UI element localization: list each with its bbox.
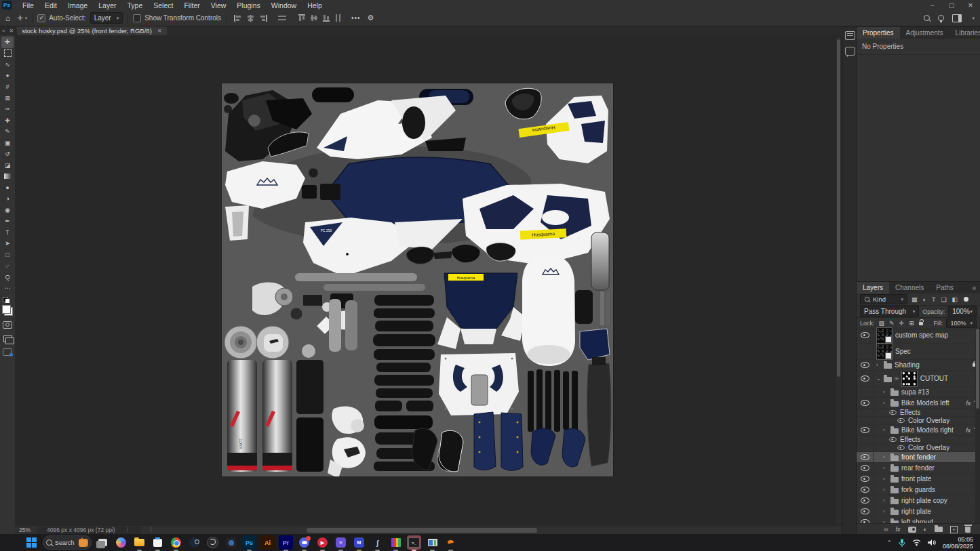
- status-collapse-icon[interactable]: 〈: [146, 526, 153, 534]
- effects-visibility-icon[interactable]: [889, 410, 896, 415]
- document-canvas[interactable]: Husqvarna: [222, 83, 613, 476]
- lock-position-icon[interactable]: ✛: [899, 320, 905, 327]
- horizontal-scrollbar-thumb[interactable]: [307, 528, 537, 533]
- effects-visibility-icon[interactable]: [889, 437, 896, 442]
- premiere-button[interactable]: Pr: [279, 535, 293, 550]
- expand-chevron-icon[interactable]: ›: [876, 362, 881, 368]
- blend-mode-select[interactable]: Pass Through▾: [860, 306, 919, 317]
- comments-panel-icon[interactable]: [845, 47, 855, 56]
- media-m-button[interactable]: M: [352, 535, 366, 550]
- window-app-button[interactable]: [425, 535, 439, 550]
- tool-burn[interactable]: ◉: [1, 205, 14, 216]
- lock-transparent-icon[interactable]: ▨: [879, 320, 885, 327]
- link-layers-icon[interactable]: ∞: [884, 526, 888, 533]
- layer-row-effects[interactable]: Effects: [857, 436, 980, 444]
- video-player-button[interactable]: ▶: [315, 535, 330, 550]
- search-icon[interactable]: [924, 15, 930, 21]
- align-middle-icon[interactable]: [311, 14, 317, 22]
- tool-frame[interactable]: ⊠: [1, 93, 14, 104]
- tab-properties[interactable]: Properties: [857, 27, 900, 39]
- tool-brush[interactable]: ✎: [1, 126, 14, 138]
- filter-pixel-icon[interactable]: ▦: [912, 296, 918, 303]
- tool-marquee[interactable]: [1, 48, 14, 60]
- visibility-toggle[interactable]: [857, 398, 874, 408]
- show-transform-checkbox[interactable]: [133, 14, 141, 22]
- tab-adjustments[interactable]: Adjustments: [900, 27, 949, 39]
- menu-edit[interactable]: Edit: [39, 1, 62, 9]
- visibility-toggle[interactable]: [857, 506, 874, 516]
- layer-row-front-plate[interactable]: ›front plate: [857, 474, 980, 485]
- terminal-button[interactable]: >_: [407, 535, 421, 550]
- distribute-vertical-icon[interactable]: [335, 14, 342, 22]
- start-button[interactable]: [24, 535, 39, 550]
- visibility-toggle[interactable]: [857, 485, 874, 495]
- tool-hand[interactable]: ☞: [1, 260, 14, 272]
- tool-crop[interactable]: #: [1, 81, 14, 93]
- align-bottom-icon[interactable]: [323, 14, 330, 22]
- menu-select[interactable]: Select: [148, 1, 178, 9]
- status-arrow-icon[interactable]: 〉: [126, 526, 132, 534]
- tool-quick-selection[interactable]: ✦: [1, 70, 14, 82]
- menu-type[interactable]: Type: [121, 1, 148, 9]
- distribute-horizontal-icon[interactable]: [278, 15, 286, 22]
- zoom-level-field[interactable]: 25%: [19, 527, 31, 533]
- tool-clone-stamp[interactable]: ▣: [1, 138, 14, 149]
- menu-help[interactable]: Help: [302, 1, 328, 9]
- layer-row-bike-models-right[interactable]: ›Bike Models right fx⌃: [857, 425, 980, 436]
- steam-button[interactable]: [187, 535, 201, 550]
- adjustment-layer-icon[interactable]: ◐: [924, 526, 927, 533]
- expand-chevron-icon[interactable]: ›: [883, 487, 888, 493]
- chrome-button[interactable]: [169, 535, 183, 550]
- wifi-icon[interactable]: [912, 539, 921, 546]
- lock-paint-icon[interactable]: ✎: [889, 320, 895, 327]
- tab-close-icon[interactable]: ✕: [157, 28, 162, 34]
- opacity-field[interactable]: 100%▾: [948, 306, 977, 317]
- tool-path-select[interactable]: ➤: [1, 238, 14, 249]
- menu-plugins[interactable]: Plugins: [231, 1, 265, 9]
- layer-row-cutout-group[interactable]: ⌄∞CUTOUT: [857, 371, 980, 387]
- tool-history-brush[interactable]: ↺: [1, 148, 14, 160]
- visibility-toggle[interactable]: [857, 327, 874, 343]
- tool-shape[interactable]: □: [1, 249, 14, 261]
- filter-kind-select[interactable]: Kind▾: [860, 294, 907, 304]
- tab-layers[interactable]: Layers: [857, 282, 889, 293]
- layer-row-bike-models-left[interactable]: ›Bike Models left fx⌃: [857, 398, 980, 409]
- layer-row-effects[interactable]: Effects: [857, 409, 980, 417]
- visibility-toggle[interactable]: [857, 425, 874, 435]
- tool-type[interactable]: T: [1, 227, 14, 239]
- layer-row-right-plate-copy[interactable]: ›right plate copy: [857, 495, 980, 506]
- filter-adjustment-icon[interactable]: ◐: [923, 296, 926, 303]
- expand-chevron-icon[interactable]: ›: [883, 427, 888, 433]
- mask-thumbnail[interactable]: [901, 371, 918, 387]
- foreground-background-swatches[interactable]: [2, 305, 13, 316]
- visibility-toggle[interactable]: [857, 495, 874, 506]
- expand-chevron-icon[interactable]: ›: [883, 508, 888, 514]
- gear-icon[interactable]: ⚙: [368, 14, 374, 22]
- tool-edit-toolbar[interactable]: ⋯: [1, 283, 14, 294]
- obs-button[interactable]: [205, 535, 220, 550]
- align-center-icon[interactable]: [247, 15, 254, 22]
- winrar-button[interactable]: [389, 535, 403, 550]
- tab-paths[interactable]: Paths: [930, 282, 960, 293]
- new-group-icon[interactable]: [935, 527, 943, 532]
- align-left-icon[interactable]: [234, 15, 241, 22]
- layer-thumbnail[interactable]: [876, 344, 893, 360]
- microsoft-store-button[interactable]: [151, 535, 165, 550]
- expand-chevron-icon[interactable]: ›: [883, 400, 888, 406]
- visibility-toggle[interactable]: [857, 452, 874, 462]
- quick-mask-icon[interactable]: [3, 321, 12, 329]
- expand-chevron-icon[interactable]: ›: [883, 389, 888, 395]
- visibility-toggle[interactable]: [857, 474, 874, 484]
- tool-pen[interactable]: ✒: [1, 216, 14, 227]
- clock[interactable]: 05:05 08/08/2025: [943, 536, 973, 550]
- tool-dodge[interactable]: ◑: [1, 193, 14, 205]
- layer-row-custom-spec-map[interactable]: custom spec map: [857, 327, 980, 344]
- layer-row-fork-guards[interactable]: ›fork guards: [857, 485, 980, 495]
- file-explorer-button[interactable]: [132, 535, 146, 550]
- filter-smart-object-icon[interactable]: ◧: [952, 296, 958, 303]
- minimize-button[interactable]: –: [923, 2, 942, 9]
- tool-healing-brush[interactable]: ✚: [1, 115, 14, 127]
- delete-layer-icon[interactable]: [965, 527, 971, 533]
- menu-filter[interactable]: Filter: [178, 1, 205, 9]
- tool-move[interactable]: ✛: [1, 37, 14, 48]
